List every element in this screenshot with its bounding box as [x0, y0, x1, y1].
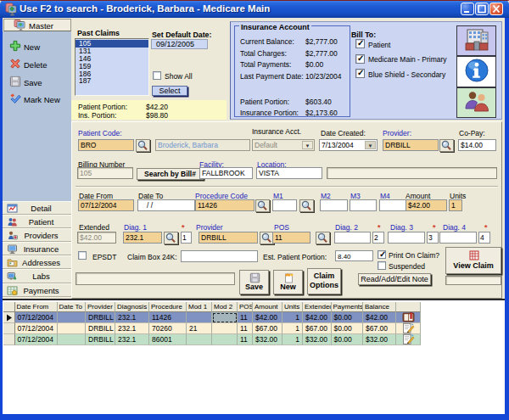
provider-field[interactable]: DRBILL: [383, 139, 439, 151]
diag1-field[interactable]: 232.1: [123, 232, 162, 244]
print-on-claim-checkbox[interactable]: ✓: [378, 250, 386, 259]
default-date-field[interactable]: 09/12/2005: [151, 39, 208, 49]
date-from-field[interactable]: 07/12/2004: [78, 199, 134, 211]
grid-cell[interactable]: 1: [282, 334, 303, 345]
claim-box-24k-field[interactable]: [181, 250, 258, 262]
grid-cell[interactable]: $67.00: [303, 323, 332, 334]
grid-cell[interactable]: [58, 312, 87, 323]
est-patient-portion-field[interactable]: 8.40: [335, 250, 373, 261]
m1-lookup-button[interactable]: [299, 199, 314, 212]
grid-cell[interactable]: $67.00: [363, 323, 396, 334]
view-claim-button[interactable]: View Claim: [445, 247, 501, 274]
grid-cell[interactable]: $42.00: [303, 312, 332, 323]
grid-cell[interactable]: $67.00: [253, 323, 282, 334]
m3-field[interactable]: [350, 199, 377, 211]
grid-cell[interactable]: $42.00: [253, 312, 282, 323]
sidebar-group-master[interactable]: Master: [3, 19, 71, 31]
sidebar-action-mark-new[interactable]: Mark New: [9, 92, 70, 105]
sidebar-group-patient[interactable]: Patient: [3, 215, 71, 228]
m2-field[interactable]: [320, 199, 348, 211]
sidebar-action-save[interactable]: Save: [9, 76, 70, 88]
facility-field[interactable]: FALLBROOK: [199, 167, 253, 179]
grid-cell[interactable]: 232.1: [115, 334, 149, 345]
grid-column-header[interactable]: Mod 1: [187, 302, 212, 312]
bill-to-checkbox[interactable]: ✓: [355, 54, 365, 64]
grid-cell[interactable]: DRBILL: [86, 323, 115, 334]
search-by-bill-button[interactable]: Search by Bill#: [137, 168, 204, 180]
patient-code-field[interactable]: BRO: [78, 139, 134, 151]
pos-lookup-button[interactable]: [316, 232, 330, 244]
grid-column-header[interactable]: Extended: [303, 302, 332, 312]
sidebar-action-new[interactable]: New: [9, 40, 70, 53]
diag2-index-field[interactable]: 2: [372, 232, 384, 244]
grid-column-header[interactable]: Diagnosis: [115, 302, 149, 312]
diag3-index-field[interactable]: 3: [427, 232, 439, 244]
pos-field[interactable]: 11: [272, 232, 310, 244]
maximize-button[interactable]: [475, 3, 489, 15]
new-claim-button[interactable]: New: [273, 270, 303, 294]
facility-button[interactable]: [456, 25, 496, 56]
units-field[interactable]: 1: [449, 199, 462, 211]
past-claim-item[interactable]: 187: [76, 77, 148, 85]
amount-field[interactable]: $42.00: [406, 199, 447, 211]
grid-cell[interactable]: 70260: [149, 323, 187, 334]
date-to-field[interactable]: / /: [137, 199, 195, 211]
patients-button[interactable]: [456, 87, 496, 118]
grid-cell[interactable]: 11: [238, 334, 253, 345]
diag4-index-field[interactable]: 4: [478, 232, 490, 244]
grid-cell[interactable]: $42.00: [363, 312, 396, 323]
grid-cell[interactable]: 1: [282, 312, 303, 323]
procedure-code-lookup-button[interactable]: [255, 199, 270, 212]
grid-row-selector[interactable]: [3, 323, 15, 334]
minimize-button[interactable]: [461, 3, 474, 15]
grid-cell[interactable]: DRBILL: [86, 312, 115, 323]
save-claim-button[interactable]: Save: [239, 270, 269, 294]
diag1-lookup-button[interactable]: [164, 232, 178, 244]
grid-cell[interactable]: 86001: [149, 334, 187, 345]
diag3-field[interactable]: [388, 232, 425, 244]
grid-cell[interactable]: [212, 323, 238, 334]
copay-field[interactable]: $14.00: [458, 139, 496, 151]
grid-cell[interactable]: $32.00: [253, 334, 282, 345]
sidebar-group-providers[interactable]: Providers: [3, 228, 71, 242]
grid-cell[interactable]: [187, 334, 212, 345]
grid-cell[interactable]: 11: [238, 323, 253, 334]
grid-cell[interactable]: 07/12/2004: [15, 323, 58, 334]
location-field[interactable]: VISTA: [256, 167, 322, 179]
bill-to-checkbox[interactable]: ✓: [355, 39, 365, 48]
read-add-edit-note-button[interactable]: Read/Add/Edit Note: [358, 273, 431, 285]
grid-cell[interactable]: [212, 312, 238, 323]
m1-field[interactable]: [272, 199, 297, 211]
sidebar-group-labs[interactable]: Labs: [3, 269, 71, 283]
grid-cell[interactable]: $0.00: [332, 334, 364, 345]
grid-cell[interactable]: 232.1: [115, 323, 149, 334]
sidebar-group-payments[interactable]: Payments: [3, 283, 71, 297]
provider2-field[interactable]: DRBILL: [199, 232, 258, 244]
show-all-checkbox[interactable]: [153, 71, 161, 80]
past-claims-list[interactable]: 105131146159186187: [75, 38, 149, 96]
sidebar-group-addresses[interactable]: Addresses: [3, 255, 71, 269]
claim-options-button[interactable]: Claim Options: [307, 268, 341, 294]
grid-cell[interactable]: [212, 334, 238, 345]
grid-cell[interactable]: DRBILL: [86, 334, 115, 345]
grid-cell[interactable]: $0.00: [332, 312, 364, 323]
grid-row-selector[interactable]: [3, 334, 15, 345]
grid-cell[interactable]: [58, 334, 87, 345]
grid-cell[interactable]: 11: [238, 312, 253, 323]
grid-note-cell[interactable]: [396, 323, 422, 334]
epsdt-checkbox[interactable]: [78, 251, 87, 260]
grid-note-cell[interactable]: [396, 312, 422, 323]
grid-column-header[interactable]: Amount: [253, 302, 282, 312]
patient-code-lookup-button[interactable]: [136, 139, 150, 152]
grid-cell[interactable]: 1: [282, 323, 303, 334]
grid-column-header[interactable]: Provider: [86, 302, 115, 312]
grid-cell[interactable]: 07/12/2004: [15, 334, 58, 345]
grid-column-header[interactable]: Date From: [15, 302, 58, 312]
grid-cell[interactable]: $32.00: [363, 334, 396, 345]
diag4-field[interactable]: [439, 232, 477, 244]
sidebar-group-detail[interactable]: Detail: [3, 201, 71, 215]
close-button[interactable]: [489, 3, 503, 15]
insurance-acct-select[interactable]: Default ▼: [252, 139, 315, 151]
grid-cell[interactable]: 232.1: [115, 312, 149, 323]
grid-column-header[interactable]: Procedure: [149, 302, 187, 312]
